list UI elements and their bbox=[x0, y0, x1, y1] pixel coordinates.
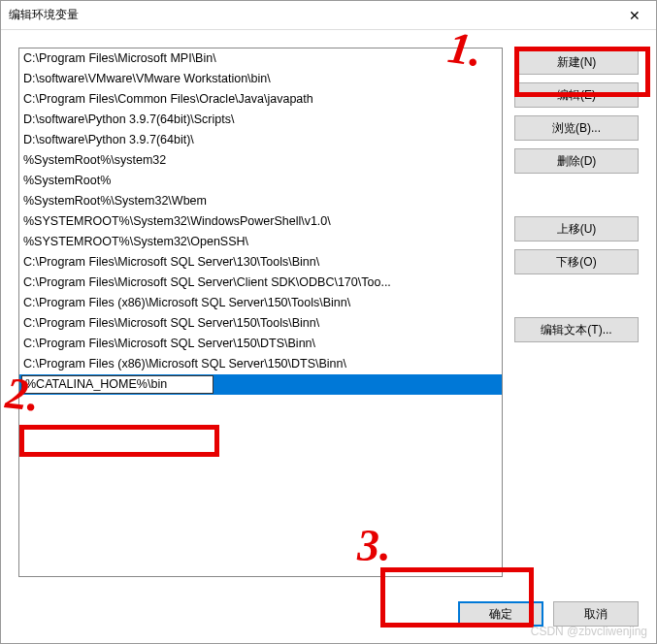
ok-button[interactable]: 确定 bbox=[458, 601, 543, 627]
list-item[interactable]: C:\Program Files (x86)\Microsoft SQL Ser… bbox=[19, 354, 502, 374]
list-item[interactable]: C:\Program Files (x86)\Microsoft SQL Ser… bbox=[19, 293, 502, 313]
dialog-title: 编辑环境变量 bbox=[9, 7, 612, 23]
spacer bbox=[514, 282, 639, 309]
list-item[interactable]: C:\Program Files\Microsoft SQL Server\13… bbox=[19, 252, 502, 273]
browse-button[interactable]: 浏览(B)... bbox=[514, 115, 639, 141]
list-item[interactable]: C:\Program Files\Microsoft SQL Server\15… bbox=[19, 313, 502, 334]
annotation-label-1: 1. bbox=[444, 21, 485, 77]
spacer bbox=[514, 181, 639, 209]
list-item[interactable]: C:\Program Files\Microsoft MPI\Bin\ bbox=[19, 48, 502, 69]
edit-text-button[interactable]: 编辑文本(T)... bbox=[514, 317, 639, 342]
left-column: C:\Program Files\Microsoft MPI\Bin\D:\so… bbox=[18, 48, 503, 577]
edit-button[interactable]: 编辑(E) bbox=[514, 82, 639, 108]
move-up-button[interactable]: 上移(U) bbox=[514, 216, 639, 242]
list-item[interactable]: %SystemRoot%\System32\Wbem bbox=[19, 191, 502, 211]
move-down-button[interactable]: 下移(O) bbox=[514, 249, 639, 274]
annotation-label-3: 3. bbox=[357, 520, 391, 571]
list-item[interactable]: C:\Program Files\Microsoft SQL Server\15… bbox=[19, 334, 502, 354]
list-item[interactable]: C:\Program Files\Microsoft SQL Server\Cl… bbox=[19, 273, 502, 293]
list-item[interactable] bbox=[19, 374, 502, 395]
list-item[interactable]: %SYSTEMROOT%\System32\OpenSSH\ bbox=[19, 232, 502, 252]
close-icon: ✕ bbox=[629, 8, 641, 23]
button-column: 新建(N) 编辑(E) 浏览(B)... 删除(D) 上移(U) 下移(O) 编… bbox=[514, 48, 639, 577]
cancel-button[interactable]: 取消 bbox=[553, 601, 639, 627]
list-item[interactable]: %SystemRoot% bbox=[19, 171, 502, 191]
annotation-label-2: 2. bbox=[3, 367, 42, 421]
delete-button[interactable]: 删除(D) bbox=[514, 148, 639, 174]
dialog-window: 编辑环境变量 ✕ C:\Program Files\Microsoft MPI\… bbox=[0, 0, 657, 644]
list-item[interactable]: D:\software\Python 3.9.7(64bit)\Scripts\ bbox=[19, 110, 502, 130]
content-area: C:\Program Files\Microsoft MPI\Bin\D:\so… bbox=[1, 30, 656, 595]
titlebar: 编辑环境变量 ✕ bbox=[1, 1, 656, 30]
path-listbox[interactable]: C:\Program Files\Microsoft MPI\Bin\D:\so… bbox=[18, 48, 503, 577]
list-item[interactable]: D:\software\VMware\VMware Workstation\bi… bbox=[19, 69, 502, 89]
watermark: CSDN @zbvcliwenjing bbox=[531, 625, 647, 638]
list-item[interactable]: D:\software\Python 3.9.7(64bit)\ bbox=[19, 130, 502, 150]
list-item[interactable]: %SystemRoot%\system32 bbox=[19, 150, 502, 171]
list-item[interactable]: %SYSTEMROOT%\System32\WindowsPowerShell\… bbox=[19, 211, 502, 232]
list-item[interactable]: C:\Program Files\Common Files\Oracle\Jav… bbox=[19, 89, 502, 110]
close-button[interactable]: ✕ bbox=[612, 1, 656, 30]
path-edit-input[interactable] bbox=[21, 375, 214, 394]
new-button[interactable]: 新建(N) bbox=[514, 49, 639, 75]
